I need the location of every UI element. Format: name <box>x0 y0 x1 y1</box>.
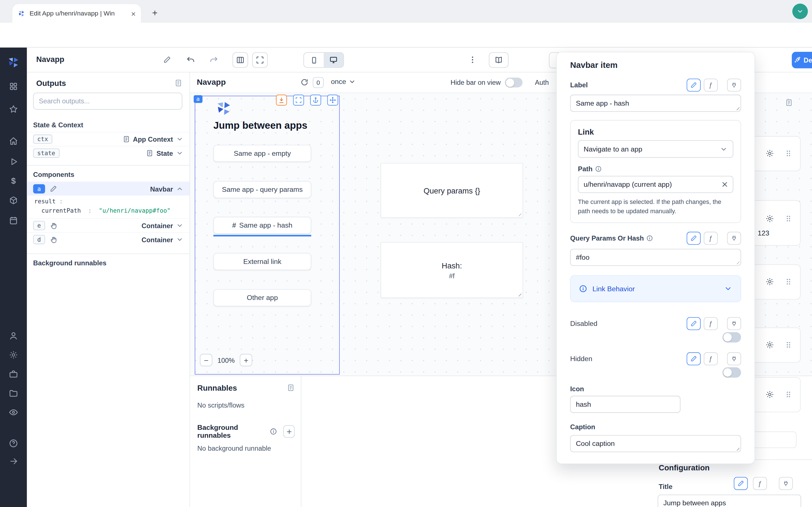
icon-input[interactable] <box>570 396 680 413</box>
gear-icon[interactable] <box>765 390 774 399</box>
redo-icon[interactable] <box>209 55 218 64</box>
mobile-view-button[interactable] <box>304 53 324 67</box>
resources-cube-icon[interactable] <box>9 196 18 205</box>
docs-book-button[interactable] <box>489 52 509 68</box>
search-outputs-input[interactable] <box>33 93 183 110</box>
ctx-row[interactable]: ctx App Context <box>27 132 190 146</box>
container-d-chevron-down-icon[interactable] <box>176 236 183 243</box>
nav-item-external-link[interactable]: External link <box>213 253 311 270</box>
expand-down-icon[interactable] <box>276 95 287 106</box>
nav-item-empty[interactable]: Same app - empty <box>213 145 311 162</box>
favorites-star-icon[interactable] <box>9 105 18 114</box>
hidden-function-icon[interactable]: ƒ <box>704 352 718 365</box>
gear-icon[interactable] <box>765 277 774 286</box>
ctx-chevron-down-icon[interactable] <box>176 135 183 143</box>
query-input[interactable] <box>570 249 741 266</box>
disabled-function-icon[interactable]: ƒ <box>704 317 718 330</box>
config-title-input[interactable] <box>658 495 801 507</box>
gear-icon[interactable] <box>765 341 774 349</box>
path-value[interactable] <box>578 176 733 193</box>
desktop-view-button[interactable] <box>324 53 343 67</box>
hidden-plug-icon[interactable] <box>727 352 741 365</box>
path-input[interactable] <box>578 176 733 193</box>
anchor-component-icon[interactable] <box>310 95 321 106</box>
help-icon[interactable] <box>9 439 18 448</box>
expand-component-icon[interactable] <box>293 95 304 106</box>
users-icon[interactable] <box>9 331 18 341</box>
query-pencil-icon[interactable] <box>687 231 701 244</box>
fullscreen-button[interactable] <box>252 52 267 68</box>
disabled-plug-icon[interactable] <box>727 317 741 330</box>
tab-close-icon[interactable]: × <box>131 10 136 17</box>
new-tab-button[interactable]: + <box>148 6 161 20</box>
state-row[interactable]: state State <box>27 146 190 160</box>
label-pencil-icon[interactable] <box>687 78 701 91</box>
caption-value[interactable] <box>570 435 741 452</box>
refresh-icon[interactable] <box>300 78 308 86</box>
columns-layout-button[interactable] <box>233 52 248 68</box>
schedules-calendar-icon[interactable] <box>9 216 18 225</box>
move-component-icon[interactable] <box>327 95 338 106</box>
folders-icon[interactable] <box>9 388 18 398</box>
hide-bar-toggle[interactable] <box>505 78 522 88</box>
browser-tab[interactable]: Edit App u/henri/navapp | Win × <box>12 4 141 23</box>
browser-profile-chip[interactable] <box>792 4 808 19</box>
settings-panel-icon[interactable] <box>785 99 793 107</box>
home-icon[interactable] <box>9 136 18 146</box>
nav-item-query-params[interactable]: Same app - query params <box>213 181 311 198</box>
disabled-toggle[interactable] <box>722 332 741 342</box>
more-options-kebab-icon[interactable] <box>468 55 477 64</box>
undo-icon[interactable] <box>186 55 195 64</box>
caption-input[interactable] <box>570 435 741 452</box>
label-value[interactable] <box>570 95 741 112</box>
hash-panel[interactable]: Hash: #f <box>380 242 523 298</box>
query-value[interactable] <box>570 249 741 266</box>
zoom-in-button[interactable]: + <box>240 354 252 366</box>
title-pencil-icon[interactable] <box>734 477 748 490</box>
query-info-icon[interactable] <box>647 235 653 241</box>
gear-icon[interactable] <box>765 214 774 223</box>
link-behavior-expander[interactable]: Link Behavior <box>570 275 741 302</box>
navbar-chevron-up-icon[interactable] <box>176 185 183 193</box>
collapse-arrow-icon[interactable] <box>9 457 18 466</box>
drag-grip-icon[interactable] <box>784 341 793 349</box>
hidden-toggle[interactable] <box>722 367 741 378</box>
path-info-icon[interactable] <box>595 166 602 172</box>
title-plug-icon[interactable] <box>779 477 793 490</box>
gear-icon[interactable] <box>765 149 774 158</box>
drag-grip-icon[interactable] <box>784 214 793 223</box>
state-chevron-down-icon[interactable] <box>176 150 183 157</box>
variables-dollar-icon[interactable]: $ <box>11 176 16 186</box>
label-plug-icon[interactable] <box>727 78 741 91</box>
runs-play-icon[interactable] <box>9 157 18 166</box>
zoom-out-button[interactable]: − <box>200 354 212 366</box>
navbar-pencil-icon[interactable] <box>50 185 57 193</box>
icon-value[interactable] <box>570 396 680 413</box>
audit-eye-icon[interactable] <box>9 407 18 417</box>
disabled-pencil-icon[interactable] <box>687 317 701 330</box>
deploy-button[interactable]: Deploy <box>792 52 812 68</box>
drag-grip-icon[interactable] <box>784 149 793 158</box>
outputs-panel-icon[interactable] <box>174 79 183 87</box>
query-function-icon[interactable]: ƒ <box>704 231 718 244</box>
workers-briefcase-icon[interactable] <box>9 369 18 379</box>
refresh-mode-dropdown[interactable]: once <box>331 78 356 86</box>
container-e-chevron-down-icon[interactable] <box>176 222 183 229</box>
nav-item-hash[interactable]: # Same app - hash <box>213 217 311 234</box>
apps-grid-icon[interactable] <box>9 82 18 91</box>
windmill-logo[interactable] <box>7 56 20 69</box>
settings-gear-icon[interactable] <box>9 350 18 359</box>
search-input[interactable] <box>39 97 177 105</box>
hidden-pencil-icon[interactable] <box>687 352 701 365</box>
rename-pencil-icon[interactable] <box>163 56 171 64</box>
drag-grip-icon[interactable] <box>784 390 793 399</box>
title-function-icon[interactable]: ƒ <box>753 477 767 490</box>
component-row-container-d[interactable]: d Container <box>27 232 190 246</box>
nav-item-other-app[interactable]: Other app <box>213 289 311 306</box>
label-input[interactable] <box>570 95 741 112</box>
link-type-select[interactable]: Navigate to an app <box>578 140 733 158</box>
query-params-panel[interactable]: Query params {} <box>380 163 523 218</box>
add-bg-runnable-button[interactable] <box>283 425 295 438</box>
component-row-container-e[interactable]: e Container <box>27 218 190 232</box>
path-clear-x-icon[interactable] <box>721 180 729 188</box>
